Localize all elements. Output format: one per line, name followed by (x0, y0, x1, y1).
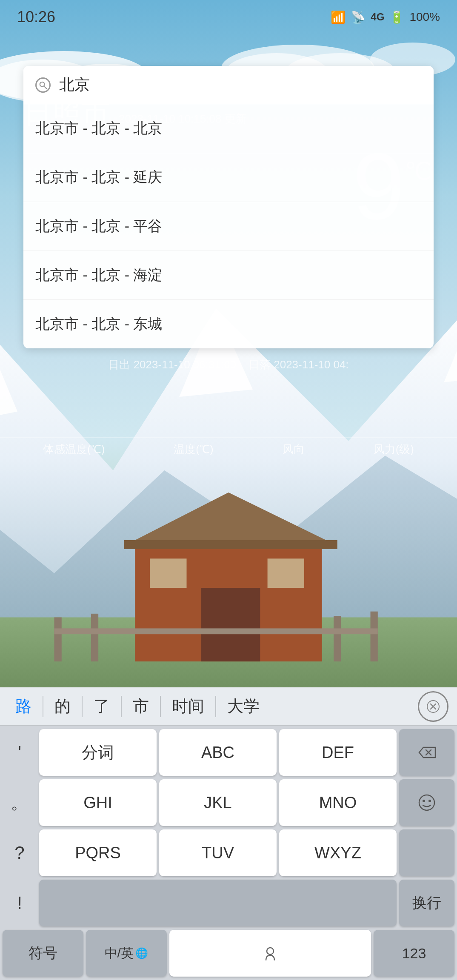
suggestion-4[interactable]: 时间 (165, 692, 211, 721)
svg-rect-12 (54, 618, 61, 662)
enter-key[interactable]: 换行 (399, 880, 454, 926)
space-key[interactable] (169, 930, 371, 977)
search-query: 北京 (59, 74, 422, 95)
svg-rect-14 (334, 616, 341, 661)
suggestion-1[interactable]: 的 (48, 692, 77, 721)
sunrise-sunset: 日出 2023-11-10 06:31:00 日落 2023-11-10 04: (0, 357, 457, 372)
suggestion-0[interactable]: 路 (9, 692, 38, 721)
key-pqrs[interactable]: PQRS (39, 829, 157, 876)
globe-icon: 🌐 (135, 947, 148, 959)
suggestion-divider-1 (82, 696, 83, 717)
svg-point-31 (419, 795, 434, 810)
symbol-key[interactable]: 符号 (3, 930, 83, 977)
svg-rect-15 (371, 612, 378, 662)
status-time: 10:26 (17, 8, 55, 26)
signal-icon: 📶 (331, 10, 346, 24)
kb-row-4: ! 换行 (3, 880, 454, 926)
key-wxyz[interactable]: WXYZ (279, 829, 397, 876)
svg-line-25 (44, 86, 46, 88)
wind-level-label: 风力(级) (374, 442, 414, 457)
kb-row-3: ? PQRS TUV WXYZ (3, 829, 454, 876)
lang-switch-key[interactable]: 中/英 🌐 (86, 930, 167, 977)
svg-point-34 (267, 948, 274, 954)
placeholder-center-4 (39, 880, 397, 926)
svg-rect-13 (91, 614, 98, 661)
key-abc[interactable]: ABC (159, 729, 277, 776)
feels-like-label: 体感温度(℃) (43, 442, 105, 457)
suggestion-divider-4 (215, 696, 216, 717)
sunset-text: 日落 2023-11-10 04: (248, 358, 349, 371)
search-container: 北京 北京市 - 北京 - 北京 北京市 - 北京 - 延庆 北京市 - 北京 … (23, 66, 434, 348)
kb-bottom-row: 符号 中/英 🌐 123 (3, 930, 454, 977)
kb-row-1: ' 分词 ABC DEF (3, 729, 454, 776)
punct-question[interactable]: ? (3, 829, 37, 876)
suggestion-5[interactable]: 大学 (220, 692, 266, 721)
sunrise-text: 日出 2023-11-10 06:31:00 (108, 358, 236, 371)
search-result-4[interactable]: 北京市 - 北京 - 东城 (23, 300, 434, 348)
punct-apostrophe[interactable]: ' (3, 729, 37, 776)
status-icons: 📶 📡 4G 🔋 100% (331, 10, 440, 24)
suggestion-bar: 路 的 了 市 时间 大学 (0, 687, 457, 726)
key-mno[interactable]: MNO (279, 779, 397, 826)
backspace-key[interactable] (399, 729, 454, 776)
punct-period[interactable]: 。 (3, 779, 37, 826)
key-ghi[interactable]: GHI (39, 779, 157, 826)
svg-rect-16 (54, 628, 377, 634)
suggestion-2[interactable]: 了 (87, 692, 117, 721)
suggestion-divider-2 (121, 696, 122, 717)
key-fensi[interactable]: 分词 (39, 729, 157, 776)
number-key[interactable]: 123 (374, 930, 454, 977)
search-bar[interactable]: 北京 (23, 66, 434, 104)
suggestion-delete-button[interactable] (418, 691, 448, 722)
suggestion-divider-3 (160, 696, 161, 717)
svg-rect-11 (124, 540, 337, 549)
search-result-2[interactable]: 北京市 - 北京 - 平谷 (23, 202, 434, 251)
battery-percent: 100% (409, 10, 440, 24)
svg-rect-8 (201, 588, 260, 661)
search-result-3[interactable]: 北京市 - 北京 - 海淀 (23, 251, 434, 300)
key-tuv[interactable]: TUV (159, 829, 277, 876)
suggestion-3[interactable]: 市 (126, 692, 156, 721)
weather-stats-bar: 体感温度(℃) 温度(℃) 风向 风力(级) (0, 437, 457, 457)
keyboard-area: 路 的 了 市 时间 大学 ' 分词 ABC (0, 687, 457, 980)
wind-dir-label: 风向 (283, 442, 305, 457)
key-jkl[interactable]: JKL (159, 779, 277, 826)
keyboard-rows: ' 分词 ABC DEF 。 (0, 726, 457, 980)
search-icon (35, 77, 51, 93)
wifi-icon: 📡 (351, 10, 366, 24)
battery-icon: 🔋 (389, 10, 404, 24)
svg-point-33 (428, 800, 431, 802)
search-result-0[interactable]: 北京市 - 北京 - 北京 (23, 104, 434, 153)
punct-exclaim[interactable]: ! (3, 880, 37, 926)
status-bar: 10:26 📶 📡 4G 🔋 100% (0, 0, 457, 34)
data-icon: 4G (371, 11, 384, 23)
kb-row-2: 。 GHI JKL MNO (3, 779, 454, 826)
placeholder-right-3 (399, 829, 454, 876)
emoji-key[interactable] (399, 779, 454, 826)
svg-point-32 (423, 800, 425, 802)
suggestion-divider-0 (43, 696, 43, 717)
key-def[interactable]: DEF (279, 729, 397, 776)
temp-label: 温度(℃) (174, 442, 213, 457)
search-result-1[interactable]: 北京市 - 北京 - 延庆 (23, 153, 434, 202)
svg-rect-10 (268, 558, 304, 588)
svg-rect-9 (150, 558, 186, 588)
